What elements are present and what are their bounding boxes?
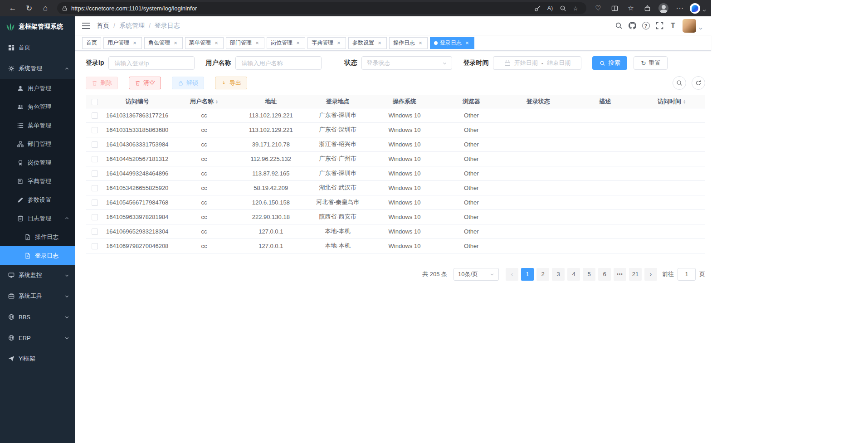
address-bar[interactable]: https://ccnetcore.com:1101/system/log/lo… bbox=[57, 2, 586, 14]
close-icon[interactable]: × bbox=[172, 40, 179, 46]
copilot-caret-icon[interactable] bbox=[702, 6, 707, 15]
row-checkbox[interactable] bbox=[92, 127, 98, 133]
row-checkbox[interactable] bbox=[92, 200, 98, 206]
sidebar-item-login-log[interactable]: 登录日志 bbox=[0, 246, 75, 265]
page-button-3[interactable]: 3 bbox=[552, 268, 565, 281]
sidebar-item-tools[interactable]: 系统工具 bbox=[0, 286, 75, 307]
close-icon[interactable]: × bbox=[295, 40, 301, 46]
row-checkbox[interactable] bbox=[92, 170, 98, 177]
goto-page-input[interactable] bbox=[678, 268, 696, 281]
sidebar-item-menu-mgmt[interactable]: 菜单管理 bbox=[0, 116, 75, 135]
favorites-icon[interactable]: ☆ bbox=[623, 2, 639, 15]
page-button-4[interactable]: 4 bbox=[567, 268, 580, 281]
copilot-icon[interactable] bbox=[690, 3, 700, 14]
row-checkbox[interactable] bbox=[92, 112, 98, 119]
close-icon[interactable]: × bbox=[376, 40, 383, 46]
site-info-icon[interactable] bbox=[62, 5, 68, 11]
page-button-5[interactable]: 5 bbox=[583, 268, 595, 281]
close-icon[interactable]: × bbox=[213, 40, 219, 46]
col-visit-time[interactable]: 访问时间▲▼ bbox=[639, 95, 705, 108]
reset-button[interactable]: ↻ 重置 bbox=[634, 56, 668, 70]
breadcrumb-system[interactable]: 系统管理 bbox=[119, 22, 145, 30]
profile-icon[interactable] bbox=[655, 2, 672, 15]
page-size-select[interactable]: 10条/页 bbox=[454, 268, 499, 281]
row-checkbox[interactable] bbox=[92, 156, 98, 162]
user-avatar[interactable] bbox=[683, 19, 696, 33]
tab-user-mgmt[interactable]: 用户管理× bbox=[103, 37, 142, 49]
sidebar-item-log-mgmt[interactable]: 日志管理 bbox=[0, 209, 75, 228]
sidebar-item-operation-log[interactable]: 操作日志 bbox=[0, 228, 75, 246]
font-size-icon[interactable]: T bbox=[666, 19, 680, 33]
split-screen-icon[interactable] bbox=[606, 2, 623, 15]
close-icon[interactable]: × bbox=[132, 40, 138, 46]
search-button[interactable]: 搜索 bbox=[592, 56, 627, 70]
tab-dict-mgmt[interactable]: 字典管理× bbox=[307, 37, 346, 49]
avatar-caret-icon[interactable] bbox=[698, 26, 703, 31]
browser-home-icon[interactable]: ⌂ bbox=[37, 2, 54, 15]
help-icon[interactable]: ? bbox=[639, 19, 653, 33]
zoom-out-icon[interactable] bbox=[556, 3, 569, 13]
sidebar-toggle-icon[interactable] bbox=[82, 23, 90, 29]
sidebar-item-post-mgmt[interactable]: 岗位管理 bbox=[0, 153, 75, 172]
login-ip-input[interactable] bbox=[108, 56, 195, 70]
tab-param-settings[interactable]: 参数设置× bbox=[348, 37, 387, 49]
row-checkbox[interactable] bbox=[92, 243, 98, 249]
app-logo[interactable]: 意框架管理系统 bbox=[0, 16, 75, 37]
collections-icon[interactable] bbox=[639, 2, 655, 15]
reload-icon[interactable]: ↻ bbox=[21, 2, 37, 15]
close-icon[interactable]: × bbox=[336, 40, 342, 46]
export-button[interactable]: 导出 bbox=[215, 77, 247, 89]
read-aloud-icon[interactable]: A) bbox=[544, 3, 556, 13]
settings-more-icon[interactable]: ··· bbox=[672, 2, 688, 15]
close-icon[interactable]: × bbox=[254, 40, 260, 46]
favorite-add-icon[interactable]: ☆ bbox=[569, 3, 582, 13]
breadcrumb-home[interactable]: 首页 bbox=[97, 22, 109, 30]
header-search-icon[interactable] bbox=[612, 19, 625, 33]
page-button-6[interactable]: 6 bbox=[598, 268, 611, 281]
sidebar-item-yi-framework[interactable]: Yi框架 bbox=[0, 348, 75, 369]
prev-page-button[interactable]: ‹ bbox=[506, 268, 518, 281]
sidebar-item-dict-mgmt[interactable]: 字典管理 bbox=[0, 172, 75, 190]
row-checkbox[interactable] bbox=[92, 141, 98, 148]
row-checkbox[interactable] bbox=[92, 229, 98, 235]
sidebar-item-param-settings[interactable]: 参数设置 bbox=[0, 190, 75, 209]
page-button-1[interactable]: 1 bbox=[521, 268, 534, 281]
browser-essentials-icon[interactable]: ♡ bbox=[590, 2, 606, 15]
back-icon[interactable]: ← bbox=[5, 2, 21, 15]
tab-operation-log[interactable]: 操作日志× bbox=[389, 37, 428, 49]
sidebar-item-user-mgmt[interactable]: 用户管理 bbox=[0, 79, 75, 97]
delete-button[interactable]: 删除 bbox=[86, 77, 118, 89]
github-icon[interactable] bbox=[625, 19, 639, 33]
more-pages-button[interactable]: ••• bbox=[614, 268, 626, 281]
tab-post-mgmt[interactable]: 岗位管理× bbox=[267, 37, 305, 49]
sidebar-item-system[interactable]: 系统管理 bbox=[0, 58, 75, 79]
tab-menu-mgmt[interactable]: 菜单管理× bbox=[185, 37, 224, 49]
sidebar-item-monitor[interactable]: 系统监控 bbox=[0, 265, 75, 286]
page-button-2[interactable]: 2 bbox=[536, 268, 549, 281]
status-select[interactable]: 登录状态 bbox=[361, 56, 452, 70]
sidebar-item-dept-mgmt[interactable]: 部门管理 bbox=[0, 135, 75, 153]
refresh-table-button[interactable] bbox=[692, 76, 705, 90]
next-page-button[interactable]: › bbox=[644, 268, 657, 281]
tab-login-log[interactable]: 登录日志× bbox=[430, 37, 474, 49]
close-icon[interactable]: × bbox=[417, 40, 424, 46]
tab-dept-mgmt[interactable]: 部门管理× bbox=[226, 37, 264, 49]
row-checkbox[interactable] bbox=[92, 185, 98, 191]
login-time-range-picker[interactable]: 开始日期 - 结束日期 bbox=[493, 56, 581, 70]
page-button-21[interactable]: 21 bbox=[629, 268, 642, 281]
clear-button[interactable]: 清空 bbox=[129, 77, 161, 89]
select-all-checkbox[interactable] bbox=[92, 99, 98, 105]
search-toggle-button[interactable] bbox=[673, 76, 686, 90]
tab-role-mgmt[interactable]: 角色管理× bbox=[144, 37, 183, 49]
col-user-name[interactable]: 用户名称▲▼ bbox=[171, 95, 237, 108]
user-name-input[interactable] bbox=[235, 56, 322, 70]
sidebar-item-role-mgmt[interactable]: 角色管理 bbox=[0, 97, 75, 116]
sidebar-item-home[interactable]: 首页 bbox=[0, 37, 75, 58]
tab-home[interactable]: 首页 bbox=[82, 37, 101, 49]
unlock-button[interactable]: 解锁 bbox=[172, 77, 204, 89]
key-icon[interactable] bbox=[531, 3, 544, 13]
row-checkbox[interactable] bbox=[92, 214, 98, 220]
close-icon[interactable]: × bbox=[464, 40, 470, 46]
fullscreen-icon[interactable] bbox=[653, 19, 666, 33]
sidebar-item-erp[interactable]: ERP bbox=[0, 327, 75, 348]
